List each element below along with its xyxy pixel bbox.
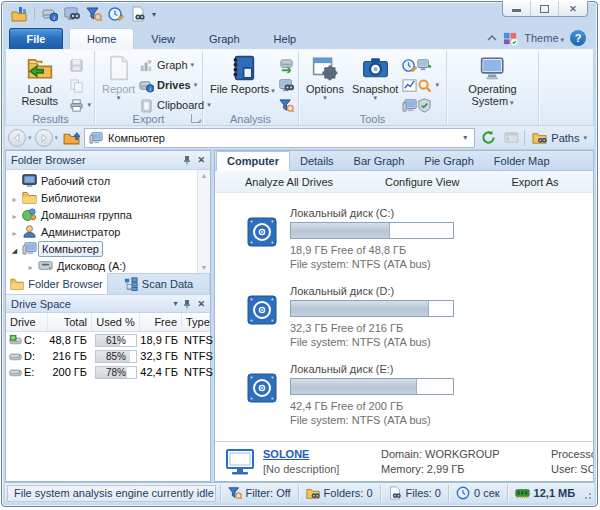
tree-item-computer[interactable]: Компьютер: [6, 240, 210, 257]
forward-history-dropdown-icon[interactable]: ▾: [55, 134, 59, 142]
search-button[interactable]: [417, 77, 439, 93]
expander-icon[interactable]: [9, 192, 20, 204]
qat-scan-icon[interactable]: [42, 6, 58, 22]
scroll-up-icon[interactable]: ▲: [201, 172, 208, 179]
tree-item-libraries[interactable]: Библиотеки: [6, 189, 210, 206]
tab-scan-data[interactable]: Scan Data: [108, 274, 210, 294]
options-button[interactable]: Options: [302, 52, 348, 101]
qat-preview-icon[interactable]: [130, 6, 146, 22]
tab-bar-graph[interactable]: Bar Graph: [344, 151, 415, 170]
maximize-button[interactable]: [531, 1, 559, 16]
qat-customize-dropdown-icon[interactable]: ▾: [152, 10, 156, 19]
print-button[interactable]: [69, 97, 91, 113]
drive-card-e[interactable]: Локальный диск (E:) 42,4 ГБ Free of 200 …: [247, 362, 593, 427]
expander-icon[interactable]: [25, 260, 36, 272]
tab-help[interactable]: Help: [257, 28, 314, 49]
table-row-c[interactable]: C: 48,8 ГБ 61% 18,9 ГБ NTFS: [6, 332, 210, 348]
export-as-link[interactable]: Export As: [511, 176, 558, 188]
table-row-e[interactable]: E: 200 ГБ 78% 42,4 ГБ NTFS: [6, 364, 210, 380]
title-bar[interactable]: ▾ ✕: [5, 2, 594, 26]
scheduler-button[interactable]: [402, 57, 417, 73]
tab-details[interactable]: Details: [290, 151, 344, 170]
copy-results-button[interactable]: [69, 77, 91, 93]
resize-grip[interactable]: [584, 486, 592, 500]
tab-pie-graph[interactable]: Pie Graph: [414, 151, 484, 170]
command-prompt-button[interactable]: [501, 128, 521, 148]
scroll-down-icon[interactable]: ▼: [201, 264, 208, 271]
tab-home[interactable]: Home: [69, 28, 134, 49]
col-free[interactable]: Free: [140, 313, 182, 331]
report-button[interactable]: Report: [98, 52, 139, 101]
drive-name[interactable]: Локальный диск (D:): [290, 284, 454, 298]
search-computer-button[interactable]: [279, 77, 294, 93]
operating-system-button[interactable]: Operating System: [450, 52, 535, 109]
tab-folder-browser[interactable]: Folder Browser: [6, 273, 108, 294]
forward-button[interactable]: [35, 129, 53, 147]
pin-icon[interactable]: [182, 155, 192, 165]
col-drive[interactable]: Drive: [6, 313, 48, 331]
drive-card-c[interactable]: Локальный диск (C:) 18,9 ГБ Free of 48,8…: [247, 206, 593, 271]
back-button[interactable]: [8, 129, 26, 147]
copy-icon: [69, 78, 84, 93]
tab-file[interactable]: File: [9, 28, 63, 49]
shield-icon: [417, 98, 432, 113]
qat-search-files-icon[interactable]: [64, 6, 80, 22]
export-clipboard-button[interactable]: Clipboard: [139, 97, 211, 113]
load-results-button[interactable]: Load Results: [10, 52, 69, 107]
col-type[interactable]: Type: [182, 313, 210, 331]
status-filter[interactable]: Filter: Off: [220, 485, 298, 502]
tree-item-desktop[interactable]: Рабочий стол: [6, 172, 210, 189]
computer-name-link[interactable]: SOLONE: [263, 448, 309, 460]
tree-scrollbar[interactable]: ▲▼: [197, 170, 210, 273]
export-drives-button[interactable]: Drives: [139, 77, 211, 93]
file-reports-button[interactable]: File Reports: [206, 52, 279, 97]
drive-card-d[interactable]: Локальный диск (D:) 32,3 ГБ Free of 216 …: [247, 284, 593, 349]
address-input[interactable]: Компьютер ▾: [84, 128, 475, 148]
help-button[interactable]: ?: [570, 30, 586, 46]
minimize-button[interactable]: [503, 1, 531, 16]
snapshot-button[interactable]: Snapshot: [348, 52, 402, 101]
up-folder-button[interactable]: [61, 128, 81, 148]
filter-button[interactable]: [279, 97, 294, 113]
expander-icon[interactable]: [9, 209, 20, 221]
close-button[interactable]: ✕: [559, 1, 587, 16]
drive-name[interactable]: Локальный диск (C:): [290, 206, 454, 220]
drive-space-menu-icon[interactable]: ▾: [173, 299, 177, 308]
refresh-button[interactable]: [478, 128, 498, 148]
tab-computer[interactable]: Computer: [216, 151, 290, 171]
table-row-d[interactable]: D: 216 ГБ 85% 32,3 ГБ NTFS: [6, 348, 210, 364]
tab-view[interactable]: View: [134, 28, 192, 49]
computer-report-button[interactable]: [402, 97, 417, 113]
export-graph-button[interactable]: Graph: [139, 57, 211, 73]
qat-filter-icon[interactable]: [86, 6, 102, 22]
paths-button[interactable]: Paths: [528, 128, 591, 148]
configure-view-link[interactable]: Configure View: [385, 176, 459, 188]
expander-icon[interactable]: [9, 226, 20, 238]
close-panel-icon[interactable]: ✕: [197, 299, 205, 309]
collapse-ribbon-icon[interactable]: [487, 35, 497, 41]
col-used[interactable]: Used %: [92, 313, 140, 331]
analyze-all-drives-link[interactable]: Analyze All Drives: [245, 176, 333, 188]
disk-usage-button[interactable]: [279, 57, 294, 73]
address-dropdown-icon[interactable]: ▾: [460, 133, 470, 142]
tab-graph[interactable]: Graph: [192, 28, 257, 49]
add-computer-button[interactable]: [417, 57, 439, 73]
qat-schedule-icon[interactable]: [108, 6, 124, 22]
tree-item-homegroup[interactable]: Домашняя группа: [6, 206, 210, 223]
close-panel-icon[interactable]: ✕: [197, 155, 205, 165]
drive-space-table-header[interactable]: Drive Total Used % Free Type: [6, 313, 210, 332]
pin-icon[interactable]: [182, 299, 192, 309]
theme-dropdown[interactable]: Theme: [524, 32, 564, 44]
drive-name[interactable]: Локальный диск (E:): [290, 362, 454, 376]
tree-item-drive-a[interactable]: Дисковод (A:): [6, 257, 210, 273]
save-results-button[interactable]: [69, 57, 91, 73]
col-total[interactable]: Total: [48, 313, 92, 331]
expander-icon[interactable]: [9, 243, 20, 255]
divider: [34, 7, 35, 21]
trend-chart-button[interactable]: [402, 77, 417, 93]
tree-item-administrator[interactable]: Администратор: [6, 223, 210, 240]
export-dialog-launcher-icon[interactable]: [191, 114, 200, 123]
back-history-dropdown-icon[interactable]: ▾: [28, 134, 32, 142]
security-button[interactable]: [417, 97, 439, 113]
tab-folder-map[interactable]: Folder Map: [484, 151, 560, 170]
